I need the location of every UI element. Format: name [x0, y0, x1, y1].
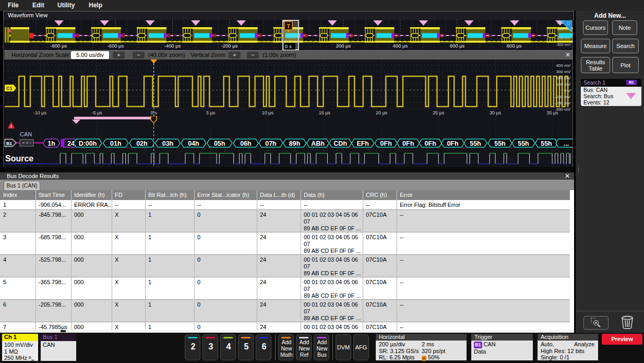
svg-text:05h: 05h: [214, 140, 225, 147]
svg-text:20 µs: 20 µs: [376, 110, 388, 115]
svg-text:03h: 03h: [162, 140, 174, 147]
svg-text:55h: 55h: [518, 140, 529, 147]
svg-text:0Fh: 0Fh: [447, 140, 458, 147]
svg-text:-10 µs: -10 µs: [33, 110, 47, 115]
svg-text:300 mV: 300 mV: [556, 69, 570, 74]
svg-text:0Fh: 0Fh: [380, 140, 392, 147]
svg-text:1h: 1h: [47, 140, 55, 147]
svg-text:55h: 55h: [541, 140, 552, 147]
svg-text:0Fh: 0Fh: [425, 140, 436, 147]
svg-text:10 µs: 10 µs: [262, 110, 274, 115]
svg-text:ABh: ABh: [311, 140, 325, 147]
svg-text:-100 mV: -100 mV: [556, 36, 570, 40]
svg-text:35 µs: 35 µs: [546, 110, 558, 115]
svg-text:07h: 07h: [265, 140, 277, 147]
svg-text:200 µs: 200 µs: [336, 43, 351, 49]
svg-text:55h: 55h: [494, 140, 506, 147]
svg-text:CAN: CAN: [20, 131, 32, 137]
svg-text:-200 µs: -200 µs: [221, 43, 238, 49]
svg-text:-100 mV: -100 mV: [555, 95, 571, 99]
svg-text:-600 µs: -600 µs: [107, 43, 124, 49]
svg-text:C1: C1: [6, 86, 13, 91]
svg-text:89h: 89h: [289, 140, 301, 147]
svg-text:400 mV: 400 mV: [556, 63, 570, 68]
svg-text:...: ...: [564, 140, 569, 147]
svg-text:Source: Source: [5, 154, 33, 163]
svg-text:D:00h: D:00h: [79, 140, 97, 147]
svg-text:0 s: 0 s: [151, 110, 158, 115]
svg-text:-200 mV: -200 mV: [555, 101, 571, 106]
svg-text:06h: 06h: [240, 140, 252, 147]
svg-text:-300 mV: -300 mV: [556, 42, 570, 47]
svg-text:200 mV: 200 mV: [556, 76, 570, 80]
svg-text:15 µs: 15 µs: [319, 110, 331, 115]
svg-text:-800 µs: -800 µs: [50, 43, 67, 49]
svg-text:0 V: 0 V: [564, 88, 571, 93]
svg-text:02h: 02h: [136, 140, 148, 147]
svg-text:30 µs: 30 µs: [490, 110, 502, 115]
svg-text:01h: 01h: [110, 140, 122, 147]
svg-text:B1: B1: [6, 141, 12, 146]
svg-text:-400 µs: -400 µs: [164, 43, 181, 49]
svg-text:400 µs: 400 µs: [393, 43, 408, 49]
svg-text:0Fh: 0Fh: [402, 140, 414, 147]
svg-text:600 µs: 600 µs: [450, 43, 465, 49]
svg-text:5 µs: 5 µs: [206, 110, 216, 115]
svg-text:100 mV: 100 mV: [556, 82, 570, 87]
svg-text:T: T: [287, 23, 290, 29]
svg-text:04h: 04h: [188, 140, 199, 147]
svg-text:0 s: 0 s: [285, 43, 292, 49]
svg-text:25 µs: 25 µs: [433, 110, 445, 115]
svg-text:800 µs: 800 µs: [507, 43, 522, 49]
svg-text:55h: 55h: [470, 140, 481, 147]
svg-text:CDh: CDh: [333, 140, 347, 147]
svg-text:EFh: EFh: [356, 140, 369, 147]
svg-text:-5 µs: -5 µs: [91, 110, 102, 115]
svg-text:!: !: [10, 124, 12, 129]
